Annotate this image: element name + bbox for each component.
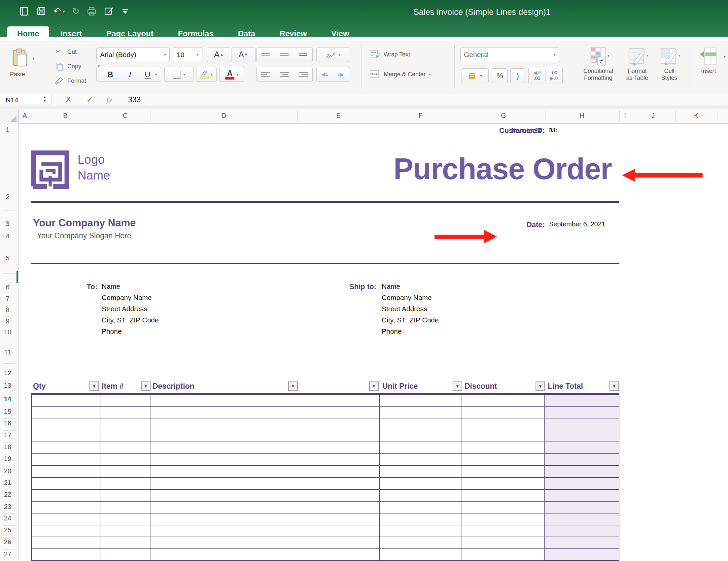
- table-cell[interactable]: [100, 537, 151, 548]
- table-cell[interactable]: [380, 442, 462, 453]
- ribbon-tab[interactable]: View: [322, 26, 359, 41]
- format-icon[interactable]: [55, 77, 64, 85]
- table-cell[interactable]: [151, 513, 380, 525]
- table-cell[interactable]: [100, 490, 151, 501]
- table-cell[interactable]: [151, 466, 380, 477]
- table-cell[interactable]: [545, 537, 619, 548]
- undo-caret-icon[interactable]: ▾: [63, 9, 65, 14]
- table-cell[interactable]: [32, 430, 100, 441]
- decrease-decimal-button[interactable]: .00 ▶.0: [545, 70, 562, 81]
- ribbon-tab[interactable]: Page Layout: [96, 26, 163, 41]
- table-row[interactable]: [32, 525, 619, 537]
- filter-dropdown-description[interactable]: ▼: [288, 381, 298, 391]
- spreadsheet-grid[interactable]: Logo Name Purchase Order Your Company Na…: [18, 124, 728, 561]
- table-cell[interactable]: [100, 525, 151, 537]
- ribbon-tab[interactable]: Formulas: [168, 26, 224, 41]
- fill-color-caret-icon[interactable]: ▾: [211, 72, 213, 77]
- save-icon[interactable]: [36, 6, 46, 16]
- table-cell[interactable]: [380, 513, 462, 525]
- row-header[interactable]: 14: [0, 395, 15, 403]
- row-header[interactable]: 5: [0, 255, 15, 262]
- table-cell[interactable]: [32, 490, 100, 501]
- row-header[interactable]: 15: [0, 408, 15, 415]
- conditional-caret-icon[interactable]: ▾: [607, 53, 609, 58]
- row-header[interactable]: 7: [0, 295, 15, 302]
- table-row[interactable]: [32, 537, 619, 549]
- orientation-caret-icon[interactable]: ▾: [338, 53, 340, 57]
- table-row[interactable]: [32, 502, 619, 513]
- table-row[interactable]: [32, 430, 619, 442]
- table-cell[interactable]: [462, 502, 545, 513]
- row-header[interactable]: 11: [0, 348, 15, 356]
- item-table-body[interactable]: [31, 395, 619, 561]
- table-cell[interactable]: [380, 406, 462, 418]
- ribbon-tab[interactable]: Data: [228, 26, 265, 41]
- table-cell[interactable]: [151, 537, 380, 548]
- table-cell[interactable]: [32, 418, 100, 430]
- table-cell[interactable]: [545, 549, 619, 560]
- align-middle-button[interactable]: [275, 53, 294, 56]
- filter-dropdown-discount[interactable]: ▼: [536, 381, 545, 391]
- redo-icon[interactable]: ↻: [72, 6, 80, 17]
- row-header[interactable]: 9: [0, 317, 15, 325]
- row-header[interactable]: 6: [0, 283, 15, 291]
- row-header[interactable]: 27: [0, 550, 15, 558]
- table-cell[interactable]: [380, 537, 462, 548]
- format-label[interactable]: Format: [67, 78, 86, 85]
- column-header[interactable]: H: [580, 112, 584, 120]
- table-cell[interactable]: [100, 466, 151, 477]
- table-cell[interactable]: [545, 525, 619, 537]
- filter-dropdown-unit-price[interactable]: ▼: [453, 381, 462, 391]
- row-header[interactable]: 25: [0, 526, 15, 534]
- percent-style-button[interactable]: %: [492, 68, 508, 83]
- cancel-button[interactable]: ✗: [65, 95, 72, 105]
- ribbon-tab[interactable]: Insert: [51, 26, 92, 41]
- table-cell[interactable]: [545, 478, 619, 489]
- table-cell[interactable]: [32, 513, 100, 525]
- row-header[interactable]: 19: [0, 455, 15, 463]
- increase-font-button[interactable]: A▲: [207, 47, 231, 62]
- table-cell[interactable]: [151, 406, 380, 418]
- paste-caret-icon[interactable]: ▾: [32, 56, 34, 61]
- table-row[interactable]: [32, 418, 619, 430]
- table-cell[interactable]: [380, 430, 462, 441]
- table-cell[interactable]: [380, 454, 462, 465]
- table-cell[interactable]: [151, 454, 380, 465]
- row-header[interactable]: 18: [0, 443, 15, 451]
- row-header[interactable]: 20: [0, 467, 15, 475]
- copy-icon[interactable]: [55, 62, 63, 71]
- column-header[interactable]: I: [624, 112, 626, 120]
- table-cell[interactable]: [462, 454, 545, 465]
- align-center-button[interactable]: [275, 72, 294, 77]
- table-cell[interactable]: [462, 466, 545, 477]
- row-header[interactable]: 12: [0, 369, 15, 377]
- table-cell[interactable]: [32, 478, 100, 489]
- format-as-table-button[interactable]: ▾ Formatas Table: [622, 47, 652, 82]
- enter-button[interactable]: ✓: [87, 95, 93, 105]
- table-cell[interactable]: [32, 502, 100, 513]
- table-cell[interactable]: [151, 502, 380, 513]
- table-cell[interactable]: [462, 395, 545, 406]
- table-cell[interactable]: [380, 502, 462, 513]
- table-cell[interactable]: [545, 418, 619, 430]
- merge-caret-icon[interactable]: ▾: [429, 72, 431, 77]
- borders-caret-icon[interactable]: ▾: [183, 72, 185, 77]
- column-header[interactable]: B: [63, 112, 67, 120]
- fill-color-button[interactable]: ▾: [196, 67, 217, 82]
- table-row[interactable]: [32, 406, 619, 418]
- insert-cells-button[interactable]: Insert: [695, 47, 722, 75]
- filter-dropdown-line-total[interactable]: ▼: [609, 381, 619, 391]
- table-cell[interactable]: [545, 395, 619, 406]
- table-cell[interactable]: [151, 395, 380, 406]
- table-cell[interactable]: [462, 478, 545, 489]
- table-row[interactable]: [32, 395, 619, 406]
- row-header[interactable]: 26: [0, 538, 15, 546]
- table-cell[interactable]: [151, 430, 380, 441]
- table-cell[interactable]: [462, 418, 545, 430]
- table-row[interactable]: [32, 513, 619, 525]
- column-header[interactable]: D: [222, 112, 226, 120]
- table-cell[interactable]: [100, 406, 151, 418]
- table-cell[interactable]: [462, 442, 545, 453]
- formula-input[interactable]: 333: [128, 95, 141, 105]
- row-header[interactable]: 10: [0, 328, 15, 336]
